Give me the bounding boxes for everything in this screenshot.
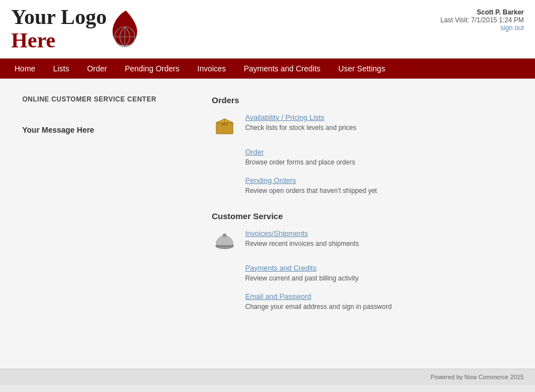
bell-icon — [212, 230, 237, 253]
invoices-desc: Review recent invoices and shipments — [245, 240, 359, 248]
email-password-item: Email and Password Change your email add… — [245, 292, 513, 311]
availability-link[interactable]: Availability / Pricing Lists — [245, 113, 513, 122]
nav-invoices[interactable]: Invoices — [188, 59, 235, 79]
logo-text: Your Logo Here — [11, 6, 106, 52]
right-panel: Orders Availability / Pricing Lists Chec… — [212, 95, 513, 352]
orders-heading: Orders — [212, 95, 513, 105]
logo-area: Your Logo Here — [11, 6, 140, 52]
pending-orders-link[interactable]: Pending Orders — [245, 176, 513, 185]
payments-desc: Review current and past billing activity — [245, 274, 358, 282]
availability-desc: Check lists for stock levels and prices — [245, 124, 356, 132]
header: Your Logo Here Scott P. Barker Last Visi… — [0, 0, 535, 59]
nav-user-settings[interactable]: User Settings — [329, 59, 394, 79]
availability-item: Availability / Pricing Lists Check lists… — [212, 113, 513, 137]
footer-text: Powered by Now Commerce 2015 — [430, 374, 524, 380]
pending-orders-item: Pending Orders Review open orders that h… — [245, 176, 513, 195]
email-password-desc: Change your email address and sign in pa… — [245, 303, 392, 311]
nav-pending-orders[interactable]: Pending Orders — [116, 59, 188, 79]
username: Scott P. Barker — [440, 8, 524, 16]
main-nav: Home Lists Order Pending Orders Invoices… — [0, 59, 535, 79]
svg-rect-5 — [221, 123, 228, 125]
left-panel: ONLINE CUSTOMER SERVICE CENTER Your Mess… — [22, 95, 189, 352]
order-desc: Browse order forms and place orders — [245, 158, 355, 166]
customer-service-section: Customer Service Invoices/Shipments Re — [212, 211, 513, 311]
payments-link[interactable]: Payments and Credits — [245, 264, 513, 272]
service-center-title: ONLINE CUSTOMER SERVICE CENTER — [22, 95, 189, 103]
nav-home[interactable]: Home — [6, 59, 44, 79]
main-content: ONLINE CUSTOMER SERVICE CENTER Your Mess… — [0, 79, 535, 369]
logo-icon — [109, 8, 140, 50]
nav-lists[interactable]: Lists — [44, 59, 78, 79]
user-message: Your Message Here — [22, 125, 189, 134]
user-info: Scott P. Barker Last Visit: 7/1/2015 1:2… — [440, 6, 524, 32]
order-link[interactable]: Order — [245, 148, 513, 156]
availability-content: Availability / Pricing Lists Check lists… — [245, 113, 513, 132]
logo-svg-icon — [109, 8, 140, 50]
svg-point-9 — [223, 234, 226, 236]
pending-orders-desc: Review open orders that haven't shipped … — [245, 187, 377, 195]
email-password-link[interactable]: Email and Password — [245, 292, 513, 301]
invoices-content: Invoices/Shipments Review recent invoice… — [245, 229, 513, 248]
orders-section: Orders Availability / Pricing Lists Chec… — [212, 95, 513, 195]
invoices-item: Invoices/Shipments Review recent invoice… — [212, 229, 513, 253]
box-svg — [213, 114, 236, 137]
sign-out-link[interactable]: sign out — [500, 24, 524, 32]
footer: Powered by Now Commerce 2015 — [0, 369, 535, 385]
payments-item: Payments and Credits Review current and … — [245, 264, 513, 282]
box-icon — [212, 114, 237, 137]
last-visit: Last Visit: 7/1/2015 1:24 PM — [440, 16, 524, 24]
nav-payments-credits[interactable]: Payments and Credits — [235, 59, 329, 79]
nav-order[interactable]: Order — [78, 59, 116, 79]
invoices-link[interactable]: Invoices/Shipments — [245, 229, 513, 238]
bell-svg — [213, 230, 236, 253]
customer-service-heading: Customer Service — [212, 211, 513, 221]
order-item: Order Browse order forms and place order… — [245, 148, 513, 166]
